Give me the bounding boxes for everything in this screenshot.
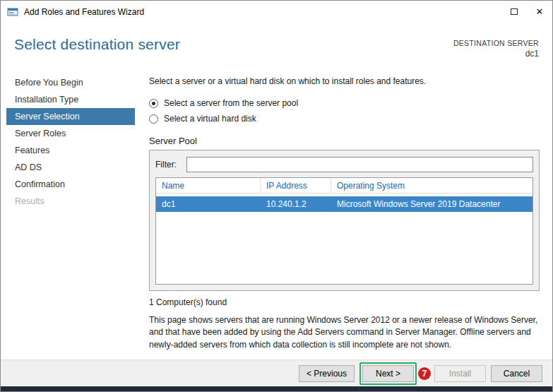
install-button: Install — [434, 365, 486, 382]
filter-label: Filter: — [155, 160, 186, 170]
next-button[interactable]: Next > — [362, 365, 414, 382]
radio-unselected-icon — [149, 114, 158, 124]
computers-found-text: 1 Computer(s) found — [149, 297, 540, 307]
destination-server-block: DESTINATION SERVER dc1 — [453, 38, 539, 59]
titlebar: Add Roles and Features Wizard ✕ — [1, 1, 552, 23]
radio-select-server-pool[interactable]: Select a server from the server pool — [149, 95, 540, 111]
next-button-annotation-box: Next > — [359, 362, 417, 385]
server-pool-heading: Server Pool — [149, 136, 540, 146]
column-header-name[interactable]: Name — [156, 178, 261, 193]
cancel-button[interactable]: Cancel — [491, 365, 542, 382]
server-table: Name IP Address Operating System dc1 10.… — [155, 177, 533, 285]
footer-button-bar: < Previous Next > 7 Install Cancel — [1, 360, 552, 386]
window-controls: ✕ — [501, 1, 552, 23]
sidebar-item-features[interactable]: Features — [6, 142, 135, 159]
close-button[interactable]: ✕ — [527, 1, 552, 23]
radio-server-pool-label: Select a server from the server pool — [164, 98, 298, 108]
taskbar-strip — [1, 386, 552, 391]
table-header-row: Name IP Address Operating System — [156, 178, 533, 194]
page-title: Select destination server — [14, 36, 180, 53]
sidebar-item-server-roles[interactable]: Server Roles — [6, 125, 135, 142]
maximize-icon — [511, 8, 518, 15]
table-row[interactable]: dc1 10.240.1.2 Microsoft Windows Server … — [156, 196, 533, 212]
radio-select-vhd[interactable]: Select a virtual hard disk — [149, 111, 540, 126]
radio-vhd-label: Select a virtual hard disk — [164, 114, 256, 124]
column-header-operating-system[interactable]: Operating System — [331, 178, 533, 193]
filter-row: Filter: — [155, 156, 533, 173]
sidebar-item-installation-type[interactable]: Installation Type — [6, 91, 135, 108]
description-text: This page shows servers that are running… — [149, 314, 540, 351]
wizard-steps-nav: Before You Begin Installation Type Serve… — [6, 74, 135, 210]
wizard-window: Add Roles and Features Wizard ✕ Select d… — [0, 0, 553, 392]
annotation-step-badge: 7 — [418, 367, 431, 380]
sidebar-item-before-you-begin[interactable]: Before You Begin — [6, 74, 135, 91]
window-title: Add Roles and Features Wizard — [24, 7, 144, 17]
sidebar-item-confirmation[interactable]: Confirmation — [6, 176, 135, 193]
sidebar-item-server-selection[interactable]: Server Selection — [6, 108, 135, 125]
maximize-button[interactable] — [501, 1, 527, 23]
intro-text: Select a server or a virtual hard disk o… — [149, 76, 540, 86]
main-content: Select a server or a virtual hard disk o… — [149, 71, 540, 351]
sidebar-item-results: Results — [6, 193, 135, 210]
previous-button[interactable]: < Previous — [299, 365, 355, 382]
column-header-ip-address[interactable]: IP Address — [261, 178, 331, 193]
cell-name: dc1 — [156, 196, 261, 212]
server-pool-panel: Filter: Name IP Address Operating System… — [149, 150, 540, 291]
destination-server-label: DESTINATION SERVER — [453, 38, 539, 48]
sidebar-item-ad-ds[interactable]: AD DS — [6, 159, 135, 176]
close-icon: ✕ — [536, 6, 544, 17]
app-icon — [7, 6, 18, 18]
destination-server-value: dc1 — [453, 48, 539, 59]
cell-ip-address: 10.240.1.2 — [261, 196, 331, 212]
radio-selected-icon — [149, 99, 158, 108]
cell-operating-system: Microsoft Windows Server 2019 Datacenter — [331, 196, 533, 212]
filter-input[interactable] — [186, 157, 533, 172]
